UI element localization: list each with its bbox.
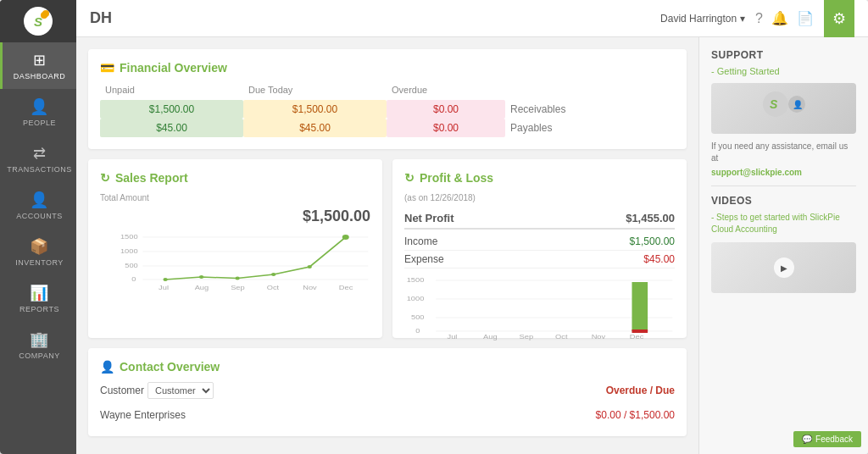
play-button[interactable]: ▶ bbox=[774, 257, 794, 278]
svg-text:👤: 👤 bbox=[793, 99, 804, 110]
settings-button[interactable]: ⚙ bbox=[824, 0, 854, 37]
svg-rect-28 bbox=[632, 282, 648, 331]
sidebar-label-accounts: ACCOUNTS bbox=[16, 212, 63, 220]
svg-text:Dec: Dec bbox=[630, 334, 644, 340]
net-profit-row: Net Profit $1,455.00 bbox=[404, 209, 675, 230]
sales-report-title: ↻ Sales Report bbox=[100, 171, 370, 185]
sales-total: $1,500.00 bbox=[100, 208, 370, 225]
sidebar: S ⊞ DASHBOARD 👤 PEOPLE ⇄ TRANSACTIONS 👤 … bbox=[0, 0, 76, 454]
video-link[interactable]: - Steps to get started with SlickPie Clo… bbox=[711, 212, 856, 235]
support-link[interactable]: - Getting Started bbox=[711, 66, 856, 76]
sidebar-label-inventory: INVENTORY bbox=[15, 258, 64, 267]
receivables-unpaid: $1,500.00 bbox=[100, 100, 243, 119]
people-icon: 👤 bbox=[30, 97, 49, 116]
sidebar-item-people[interactable]: 👤 PEOPLE bbox=[0, 89, 76, 136]
svg-text:Nov: Nov bbox=[592, 334, 607, 340]
svg-text:500: 500 bbox=[411, 314, 425, 321]
table-row: $45.00 $45.00 $0.00 Payables bbox=[100, 119, 675, 137]
expense-row: Expense $45.00 bbox=[404, 251, 675, 269]
header-title: DH bbox=[90, 9, 112, 27]
sidebar-item-transactions[interactable]: ⇄ TRANSACTIONS bbox=[0, 136, 76, 182]
right-panel: SUPPORT - Getting Started S 👤 If you nee… bbox=[698, 37, 868, 454]
sidebar-item-company[interactable]: 🏢 COMPANY bbox=[0, 322, 76, 368]
payables-label: Payables bbox=[505, 119, 675, 137]
net-profit-value: $1,455.00 bbox=[626, 212, 675, 224]
expense-label: Expense bbox=[404, 253, 444, 265]
svg-text:Dec: Dec bbox=[339, 285, 353, 291]
profit-loss-card: ↻ Profit & Loss (as on 12/26/2018) Net P… bbox=[392, 159, 687, 338]
document-icon[interactable]: 📄 bbox=[797, 10, 814, 26]
svg-text:0: 0 bbox=[131, 276, 136, 283]
income-value: $1,500.00 bbox=[630, 235, 675, 247]
panel-divider bbox=[711, 185, 856, 186]
svg-point-12 bbox=[308, 265, 312, 269]
inventory-icon: 📦 bbox=[30, 237, 49, 256]
support-image: S 👤 bbox=[711, 83, 856, 134]
svg-text:0: 0 bbox=[415, 328, 420, 335]
pl-chart-svg: 1500 1000 500 0 bbox=[404, 275, 675, 343]
sidebar-item-reports[interactable]: 📊 REPORTS bbox=[0, 275, 76, 322]
header-user[interactable]: David Harrington ▾ bbox=[660, 13, 745, 25]
svg-text:1500: 1500 bbox=[120, 234, 138, 241]
svg-point-10 bbox=[236, 277, 240, 280]
overdue-due-label: Overdue / Due bbox=[606, 385, 675, 396]
sidebar-item-inventory[interactable]: 📦 INVENTORY bbox=[0, 229, 76, 275]
svg-text:Jul: Jul bbox=[159, 285, 169, 291]
header-icons: ? 🔔 📄 bbox=[755, 10, 814, 26]
expense-value: $45.00 bbox=[643, 253, 675, 265]
table-row: $1,500.00 $1,500.00 $0.00 Receivables bbox=[100, 100, 675, 119]
gear-icon: ⚙ bbox=[832, 9, 846, 28]
svg-point-9 bbox=[199, 275, 203, 279]
sales-report-card: ↻ Sales Report Total Amount $1,500.00 15… bbox=[88, 159, 382, 338]
feedback-label: Feedback bbox=[815, 435, 853, 444]
bell-icon[interactable]: 🔔 bbox=[771, 10, 788, 26]
svg-text:Nov: Nov bbox=[303, 285, 318, 291]
contact-icon: 👤 bbox=[100, 360, 114, 374]
svg-text:1500: 1500 bbox=[407, 277, 425, 284]
sidebar-label-dashboard: DASHBOARD bbox=[14, 72, 66, 80]
pl-icon: ↻ bbox=[404, 171, 415, 185]
reports-icon: 📊 bbox=[30, 284, 49, 302]
dropdown-icon: ▾ bbox=[740, 13, 745, 25]
svg-text:S: S bbox=[770, 97, 778, 111]
contact-value: $0.00 / $1,500.00 bbox=[596, 409, 675, 421]
feedback-button[interactable]: 💬 Feedback bbox=[793, 431, 861, 447]
svg-text:Oct: Oct bbox=[555, 334, 568, 340]
main-area: DH David Harrington ▾ ? 🔔 📄 ⚙ bbox=[76, 0, 868, 454]
customer-dropdown[interactable]: Customer bbox=[147, 382, 214, 399]
customer-label: Customer bbox=[100, 385, 144, 396]
net-profit-label: Net Profit bbox=[404, 212, 454, 224]
contact-overview-title: 👤 Contact Overview bbox=[100, 360, 675, 374]
receivables-due-today: $1,500.00 bbox=[243, 100, 387, 119]
app-logo[interactable]: S bbox=[0, 0, 76, 42]
pl-bar-chart: 1500 1000 500 0 bbox=[404, 275, 675, 326]
charts-row: ↻ Sales Report Total Amount $1,500.00 15… bbox=[88, 159, 687, 338]
sidebar-nav: ⊞ DASHBOARD 👤 PEOPLE ⇄ TRANSACTIONS 👤 AC… bbox=[0, 42, 76, 368]
payables-due-today: $45.00 bbox=[243, 119, 387, 137]
contact-row: Wayne Enterprises $0.00 / $1,500.00 bbox=[100, 406, 675, 424]
contact-filter: Customer Customer bbox=[100, 382, 214, 399]
sales-icon: ↻ bbox=[100, 171, 110, 185]
main-content: 💳 Financial Overview Unpaid Due Today Ov… bbox=[76, 37, 698, 454]
income-row: Income $1,500.00 bbox=[404, 233, 675, 251]
svg-text:500: 500 bbox=[125, 263, 138, 269]
support-title: SUPPORT bbox=[711, 49, 856, 61]
help-icon[interactable]: ? bbox=[755, 11, 763, 26]
sidebar-item-accounts[interactable]: 👤 ACCOUNTS bbox=[0, 182, 76, 229]
svg-text:Jul: Jul bbox=[448, 334, 458, 340]
col-due-today: Due Today bbox=[243, 83, 387, 100]
col-overdue: Overdue bbox=[387, 83, 505, 100]
support-img-svg: S 👤 bbox=[754, 87, 814, 130]
support-email[interactable]: support@slickpie.com bbox=[711, 168, 856, 177]
sidebar-item-dashboard[interactable]: ⊞ DASHBOARD bbox=[0, 42, 76, 89]
sales-subtitle: Total Amount bbox=[100, 193, 370, 202]
sidebar-label-people: PEOPLE bbox=[23, 119, 56, 127]
payables-unpaid: $45.00 bbox=[100, 119, 243, 137]
col-unpaid: Unpaid bbox=[100, 83, 243, 100]
sidebar-label-reports: REPORTS bbox=[19, 305, 59, 313]
svg-text:Aug: Aug bbox=[195, 285, 209, 291]
financial-overview-card: 💳 Financial Overview Unpaid Due Today Ov… bbox=[88, 49, 687, 149]
financial-icon: 💳 bbox=[100, 61, 114, 75]
video-thumbnail[interactable]: ▶ bbox=[711, 242, 856, 293]
svg-rect-29 bbox=[632, 329, 648, 333]
